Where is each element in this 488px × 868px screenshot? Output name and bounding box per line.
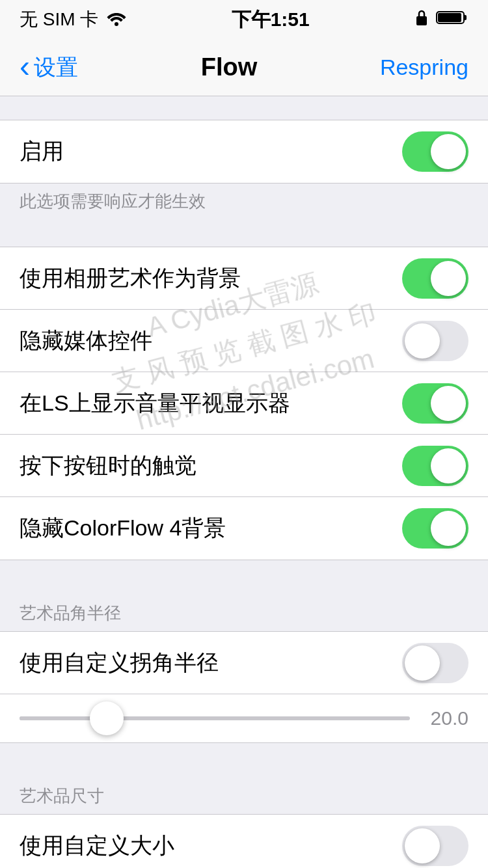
wifi-icon — [106, 9, 127, 31]
custom-size-toggle[interactable] — [402, 826, 468, 866]
show-volume-ls-label: 在LS上显示音量平视显示器 — [20, 388, 290, 418]
svg-rect-1 — [416, 16, 427, 25]
chevron-left-icon: ‹ — [20, 51, 30, 82]
hide-media-controls-row: 隐藏媒体控件 — [0, 310, 488, 372]
enable-row: 启用 — [0, 120, 488, 183]
hide-colorflow-bg-row: 隐藏ColorFlow 4背景 — [0, 497, 488, 560]
enable-label: 启用 — [20, 137, 64, 167]
haptic-button-label: 按下按钮时的触觉 — [20, 451, 197, 481]
corner-radius-section: 使用自定义拐角半径 20.0 — [0, 631, 488, 743]
gap-3 — [0, 560, 488, 584]
svg-point-0 — [115, 22, 118, 26]
gap-1 — [0, 96, 488, 120]
carrier-label: 无 SIM 卡 — [20, 7, 98, 32]
hide-colorflow-bg-toggle[interactable] — [402, 508, 468, 549]
nav-back-label: 设置 — [34, 53, 78, 83]
status-left: 无 SIM 卡 — [20, 7, 127, 32]
use-album-art-toggle[interactable] — [402, 258, 468, 299]
custom-corner-radius-row: 使用自定义拐角半径 — [0, 632, 488, 694]
use-album-art-label: 使用相册艺术作为背景 — [20, 264, 241, 293]
haptic-button-toggle[interactable] — [402, 446, 468, 486]
custom-corner-radius-toggle[interactable] — [402, 643, 468, 683]
artwork-size-header: 艺术品尺寸 — [0, 766, 488, 814]
main-section: 使用相册艺术作为背景 隐藏媒体控件 在LS上显示音量平视显示器 按下按钮时的触觉… — [0, 247, 488, 560]
enable-section: 启用 — [0, 120, 488, 183]
custom-size-label: 使用自定义大小 — [20, 831, 174, 861]
nav-back-button[interactable]: ‹ 设置 — [20, 53, 78, 83]
corner-radius-slider-row: 20.0 — [0, 694, 488, 742]
artwork-size-section: 使用自定义大小 — [0, 814, 488, 868]
nav-title: Flow — [201, 53, 258, 81]
custom-corner-radius-label: 使用自定义拐角半径 — [20, 648, 219, 678]
status-right — [414, 8, 468, 31]
custom-size-row: 使用自定义大小 — [0, 815, 488, 868]
gap-2 — [0, 223, 488, 247]
show-volume-ls-row: 在LS上显示音量平视显示器 — [0, 372, 488, 435]
corner-radius-slider[interactable] — [20, 716, 410, 720]
battery-icon — [436, 9, 468, 31]
enable-toggle[interactable] — [402, 131, 468, 172]
hide-media-controls-label: 隐藏媒体控件 — [20, 326, 152, 356]
enable-footer: 此选项需要响应才能生效 — [0, 183, 488, 223]
lock-icon — [414, 8, 429, 31]
svg-rect-3 — [464, 15, 467, 20]
corner-radius-value: 20.0 — [423, 707, 468, 729]
show-volume-ls-toggle[interactable] — [402, 383, 468, 424]
hide-colorflow-bg-label: 隐藏ColorFlow 4背景 — [20, 513, 226, 543]
status-time: 下午1:51 — [232, 7, 310, 33]
status-bar: 无 SIM 卡 下午1:51 — [0, 0, 488, 39]
use-album-art-row: 使用相册艺术作为背景 — [0, 247, 488, 310]
svg-rect-4 — [438, 13, 461, 22]
gap-4 — [0, 743, 488, 766]
hide-media-controls-toggle[interactable] — [402, 321, 468, 361]
corner-radius-header: 艺术品角半径 — [0, 584, 488, 631]
respring-button[interactable]: Respring — [380, 55, 468, 80]
nav-bar: ‹ 设置 Flow Respring — [0, 39, 488, 96]
haptic-button-row: 按下按钮时的触觉 — [0, 435, 488, 497]
